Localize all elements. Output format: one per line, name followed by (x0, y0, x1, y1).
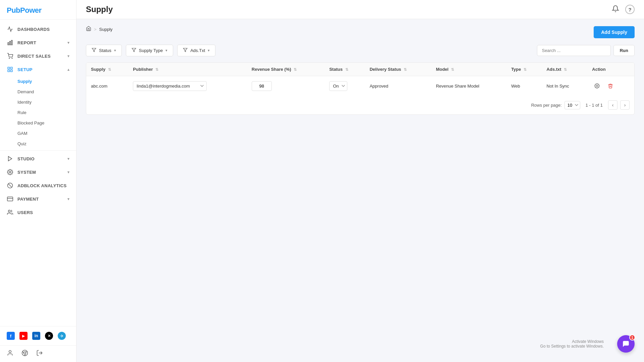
chrome-icon[interactable] (21, 350, 28, 358)
sidebar-sub-item-quiz[interactable]: Quiz (0, 139, 76, 149)
linkedin-icon: in (35, 333, 38, 338)
cell-revenue-share (247, 76, 325, 96)
topbar-right: ? (612, 5, 635, 14)
action-icons (592, 81, 630, 91)
gear-icon (7, 169, 13, 175)
sidebar-sub-item-demand[interactable]: Demand (0, 87, 76, 97)
sort-icon: ⇅ (294, 67, 297, 71)
table-row: abc.com linda1@interdogmedia.com On Off (86, 76, 634, 96)
sidebar: PubPower DASHBOARDS REPORT ▾ DIRECT SALE… (0, 0, 77, 362)
chevron-down-icon: ▾ (67, 157, 69, 161)
sort-icon: ⇅ (108, 67, 111, 71)
sidebar-item-direct-sales[interactable]: DIRECT SALES ▾ (0, 49, 76, 63)
status-filter-label: Status (99, 48, 111, 53)
col-delivery-status: Delivery Status ⇅ (365, 63, 431, 76)
social-links: f ▶ in ✕ ✈ (0, 326, 76, 345)
filter-row: Status ▾ Supply Type ▾ Ads.Txt ▾ Run (86, 45, 635, 56)
svg-point-4 (12, 58, 12, 59)
col-revenue-share: Revenue Share (%) ⇅ (247, 63, 325, 76)
sidebar-footer (0, 345, 76, 362)
cell-type: Web (506, 76, 542, 96)
publisher-select[interactable]: linda1@interdogmedia.com (133, 81, 207, 91)
sidebar-sub-item-label: GAM (17, 131, 28, 136)
linkedin-link[interactable]: in (32, 332, 40, 340)
sidebar-sub-item-label: Blocked Page (17, 120, 44, 125)
sidebar-item-dashboards[interactable]: DASHBOARDS (0, 22, 76, 36)
sidebar-item-label: SYSTEM (17, 170, 36, 175)
twitter-link[interactable]: ✕ (45, 332, 53, 340)
sidebar-item-label: ADBLOCK ANALYTICS (17, 183, 66, 188)
cell-action (587, 76, 634, 96)
sidebar-item-label: PAYMENT (17, 197, 39, 202)
supply-type-filter-button[interactable]: Supply Type ▾ (126, 45, 173, 56)
ads-txt-filter-button[interactable]: Ads.Txt ▾ (177, 45, 215, 56)
svg-rect-0 (8, 43, 9, 45)
sort-icon: ⇅ (404, 67, 407, 71)
sidebar-item-studio[interactable]: STUDIO ▾ (0, 152, 76, 165)
sidebar-item-setup[interactable]: SETUP ▴ (0, 63, 76, 76)
run-button[interactable]: Run (613, 45, 635, 56)
logout-icon[interactable] (36, 350, 43, 358)
facebook-icon: f (10, 333, 11, 339)
chevron-up-icon: ▴ (67, 67, 69, 72)
prev-page-button[interactable]: ‹ (608, 100, 617, 110)
breadcrumb-current: Supply (99, 27, 113, 32)
revenue-share-input[interactable] (252, 81, 272, 91)
sidebar-item-system[interactable]: SYSTEM ▾ (0, 165, 76, 179)
home-icon[interactable] (86, 26, 91, 33)
svg-rect-7 (11, 70, 12, 72)
brand-name: PubPower (7, 6, 69, 15)
user-footer-icon[interactable] (7, 350, 13, 358)
sidebar-item-report[interactable]: REPORT ▾ (0, 36, 76, 49)
search-row: Run (537, 45, 635, 56)
table-header: Supply ⇅ Publisher ⇅ Revenue Share (%) ⇅ (86, 63, 634, 76)
chart-up-icon (7, 26, 13, 33)
sidebar-item-payment[interactable]: PAYMENT ▾ (0, 192, 76, 206)
cell-ads-txt: Not In Sync (542, 76, 588, 96)
chevron-down-icon: ▾ (67, 54, 69, 58)
sidebar-sub-item-identity[interactable]: Identity (0, 97, 76, 107)
next-page-button[interactable]: › (620, 100, 630, 110)
svg-point-3 (9, 58, 10, 59)
brand-name-part1: Pub (7, 6, 20, 14)
rows-per-page-select[interactable]: 10 25 50 (564, 101, 580, 109)
status-filter-button[interactable]: Status ▾ (86, 45, 122, 56)
sidebar-sub-item-rule[interactable]: Rule (0, 107, 76, 118)
sidebar-item-label: STUDIO (17, 156, 35, 161)
delete-action-button[interactable] (605, 81, 615, 91)
svg-rect-6 (11, 67, 12, 69)
chevron-down-icon: ▾ (165, 48, 167, 53)
settings-action-button[interactable] (592, 81, 602, 91)
youtube-link[interactable]: ▶ (19, 332, 28, 340)
sidebar-sub-item-supply[interactable]: Supply (0, 76, 76, 87)
telegram-icon: ✈ (60, 333, 64, 339)
status-select[interactable]: On Off (329, 81, 347, 91)
help-question-icon[interactable]: ? (625, 5, 635, 14)
sidebar-item-label: SETUP (17, 67, 33, 72)
cell-status: On Off (325, 76, 365, 96)
notification-bell-icon[interactable] (612, 5, 619, 14)
sidebar-sub-item-label: Identity (17, 100, 32, 105)
sidebar-sub-item-label: Rule (17, 110, 27, 115)
breadcrumb-separator: > (94, 27, 97, 32)
chat-bubble[interactable]: 1 (617, 335, 635, 353)
sidebar-sub-item-gam[interactable]: GAM (0, 128, 76, 139)
nav-section: DASHBOARDS REPORT ▾ DIRECT SALES ▾ SETUP… (0, 20, 76, 326)
cell-delivery-status: Approved (365, 76, 431, 96)
credit-card-icon (7, 196, 13, 202)
svg-rect-2 (11, 40, 12, 45)
telegram-link[interactable]: ✈ (58, 332, 66, 340)
table-header-row: Supply ⇅ Publisher ⇅ Revenue Share (%) ⇅ (86, 63, 634, 76)
add-supply-button[interactable]: Add Supply (594, 26, 635, 38)
sort-icon: ⇅ (155, 67, 158, 71)
facebook-link[interactable]: f (7, 332, 15, 340)
sidebar-item-adblock[interactable]: ADBLOCK ANALYTICS (0, 179, 76, 192)
sidebar-sub-item-label: Demand (17, 89, 34, 94)
chevron-down-icon: ▾ (67, 197, 69, 201)
sidebar-item-users[interactable]: USERS (0, 206, 76, 219)
col-type: Type ⇅ (506, 63, 542, 76)
sidebar-sub-item-blocked-page[interactable]: Blocked Page (0, 118, 76, 128)
search-input[interactable] (537, 45, 611, 56)
cell-publisher: linda1@interdogmedia.com (128, 76, 247, 96)
svg-marker-23 (92, 48, 96, 52)
